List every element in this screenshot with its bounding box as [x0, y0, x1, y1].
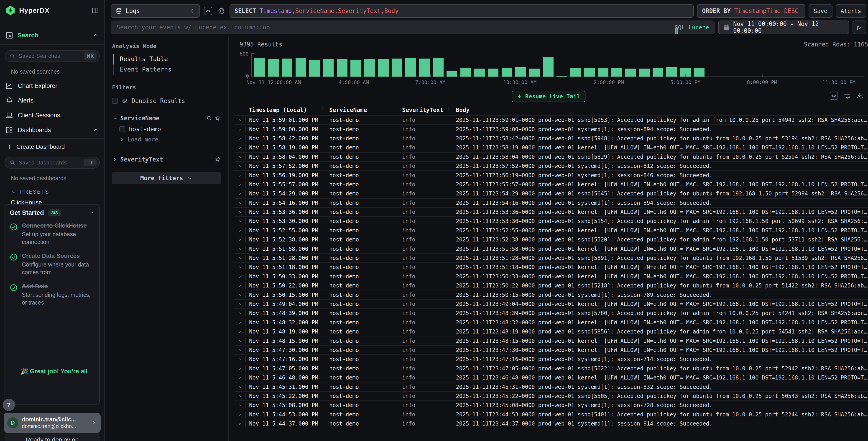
table-row[interactable]: >Nov 11 5:45:31.000 PMhost-demoinfo2025-… [235, 382, 868, 391]
service-host-demo-checkbox[interactable] [119, 126, 125, 132]
get-started-step[interactable]: Create Data Sources Configure where your… [9, 252, 95, 276]
get-started-step[interactable]: Connect to ClickHouse Set up your databa… [9, 222, 95, 246]
histogram-bar[interactable] [529, 68, 540, 77]
row-expand-icon[interactable]: > [235, 329, 245, 334]
table-row[interactable]: >Nov 11 5:48:15.000 PMhost-demoinfo2025-… [235, 336, 868, 345]
histogram-bar[interactable] [282, 59, 292, 77]
histogram-bar[interactable] [653, 68, 663, 77]
table-row[interactable]: >Nov 11 5:52:55.000 PMhost-demoinfo2025-… [235, 226, 868, 235]
sidebar-item-search[interactable]: Search [0, 26, 104, 45]
pin-icon[interactable] [215, 156, 221, 163]
order-by-input[interactable]: ORDER BY TimestampTime DESC [697, 4, 805, 18]
row-expand-icon[interactable]: > [235, 218, 245, 224]
table-row[interactable]: >Nov 11 5:51:18.000 PMhost-demoinfo2025-… [235, 262, 868, 271]
histogram-bar[interactable] [598, 68, 609, 77]
table-row[interactable]: >Nov 11 5:58:42.000 PMhost-demoinfo2025-… [235, 134, 868, 143]
histogram-bar[interactable] [296, 58, 306, 77]
create-dashboard-button[interactable]: Create Dashboard [0, 139, 104, 151]
row-expand-icon[interactable]: > [235, 393, 245, 399]
search-icon[interactable] [206, 115, 212, 121]
table-row[interactable]: >Nov 11 5:48:32.000 PMhost-demoinfo2025-… [235, 318, 868, 327]
table-row[interactable]: >Nov 11 5:49:04.000 PMhost-demoinfo2025-… [235, 299, 868, 308]
table-row[interactable]: >Nov 11 5:50:33.000 PMhost-demoinfo2025-… [235, 272, 868, 281]
table-row[interactable]: >Nov 11 5:57:52.000 PMhost-demoinfo2025-… [235, 161, 868, 170]
row-expand-icon[interactable]: > [235, 320, 245, 325]
presets-header[interactable]: PRESETS [0, 185, 104, 197]
column-resize-handle[interactable] [395, 107, 399, 113]
table-row[interactable]: >Nov 11 5:53:30.000 PMhost-demoinfo2025-… [235, 216, 868, 226]
help-button[interactable]: ? [3, 399, 15, 411]
histogram-bar[interactable] [323, 59, 334, 77]
row-expand-icon[interactable]: > [235, 412, 245, 417]
row-expand-icon[interactable]: > [235, 246, 245, 252]
column-resize-handle[interactable] [448, 107, 453, 113]
code-view-button[interactable]: <> [203, 4, 213, 18]
row-expand-icon[interactable]: > [235, 356, 245, 362]
row-expand-icon[interactable]: > [235, 200, 245, 206]
col-header-timestamp[interactable]: Timestamp (Local) [245, 107, 322, 113]
row-expand-icon[interactable]: > [235, 366, 245, 371]
row-expand-icon[interactable]: > [235, 182, 245, 187]
date-range-picker[interactable]: Nov 11 00:00:00 - Nov 12 00:00:00 [718, 21, 849, 34]
lucene-toggle[interactable]: Lucene [689, 24, 709, 31]
table-row[interactable]: >Nov 11 5:58:19.000 PMhost-demoinfo2025-… [235, 143, 868, 152]
user-menu[interactable]: D dominic.tran@clic... dominic.tran@clic… [4, 413, 101, 433]
row-expand-icon[interactable]: > [235, 347, 245, 353]
table-row[interactable]: >Nov 11 5:47:30.000 PMhost-demoinfo2025-… [235, 345, 868, 354]
sidebar-collapse-icon[interactable] [92, 7, 99, 14]
row-expand-icon[interactable]: > [235, 384, 245, 390]
row-expand-icon[interactable]: > [235, 237, 245, 242]
get-started-step[interactable]: Add Data Start sending logs, metrics, or… [9, 283, 95, 306]
table-row[interactable]: >Nov 11 5:51:28.000 PMhost-demoinfo2025-… [235, 253, 868, 262]
filter-group-servicename[interactable]: ServiceName [112, 113, 221, 123]
histogram-bar[interactable] [392, 59, 402, 77]
table-row[interactable]: >Nov 11 5:47:05.000 PMhost-demoinfo2025-… [235, 364, 868, 373]
sidebar-item-dashboards[interactable]: Dashboards [0, 123, 104, 139]
row-expand-icon[interactable]: > [235, 292, 245, 298]
row-expand-icon[interactable]: > [235, 173, 245, 178]
table-row[interactable]: >Nov 11 5:54:16.000 PMhost-demoinfo2025-… [235, 198, 868, 207]
row-expand-icon[interactable]: > [235, 375, 245, 380]
row-expand-icon[interactable]: > [235, 338, 245, 344]
saved-dashboards-input[interactable]: Saved Dashboards ⌘K [5, 157, 100, 169]
histogram-bar[interactable] [405, 58, 416, 77]
table-row[interactable]: >Nov 11 5:58:04.000 PMhost-demoinfo2025-… [235, 152, 868, 161]
row-expand-icon[interactable]: > [235, 228, 245, 233]
histogram-bar[interactable] [570, 68, 581, 77]
histogram-bar[interactable] [309, 60, 320, 77]
load-more-button[interactable]: Load more [112, 135, 221, 144]
row-expand-icon[interactable]: > [235, 264, 245, 270]
histogram-bar[interactable] [378, 59, 389, 77]
histogram-bar[interactable] [639, 68, 650, 77]
row-expand-icon[interactable]: > [235, 301, 245, 307]
table-row[interactable]: >Nov 11 5:45:08.000 PMhost-demoinfo2025-… [235, 401, 868, 410]
row-expand-icon[interactable]: > [235, 403, 245, 408]
table-row[interactable]: >Nov 11 5:53:36.000 PMhost-demoinfo2025-… [235, 207, 868, 216]
histogram-bar[interactable] [460, 68, 471, 77]
col-header-severitytext[interactable]: SeverityText [399, 107, 448, 113]
filter-group-severitytext[interactable]: SeverityText [112, 154, 221, 165]
histogram-bar[interactable] [433, 58, 443, 77]
table-row[interactable]: >Nov 11 5:48:19.000 PMhost-demoinfo2025-… [235, 327, 868, 336]
row-expand-icon[interactable]: > [235, 163, 245, 169]
histogram-bar[interactable] [474, 68, 485, 77]
pin-icon[interactable] [215, 115, 221, 121]
download-icon[interactable] [856, 92, 863, 99]
histogram-bar[interactable] [625, 68, 636, 77]
table-row[interactable]: >Nov 11 5:59:00.000 PMhost-demoinfo2025-… [235, 124, 868, 134]
row-expand-icon[interactable]: > [235, 283, 245, 288]
row-expand-icon[interactable]: > [235, 117, 245, 123]
histogram-bar[interactable] [337, 59, 347, 77]
row-expand-icon[interactable]: > [235, 154, 245, 160]
row-expand-icon[interactable]: > [235, 274, 245, 279]
wrap-lines-icon[interactable] [843, 92, 851, 99]
mode-results-table[interactable]: Results Table [114, 54, 221, 64]
row-expand-icon[interactable]: > [235, 127, 245, 132]
column-resize-handle[interactable] [322, 107, 327, 113]
chevron-up-icon[interactable] [89, 210, 95, 216]
lucene-search-input[interactable]: Search your events w/ Lucene ex. column:… [111, 21, 715, 34]
table-row[interactable]: >Nov 11 5:47:16.000 PMhost-demoinfo2025-… [235, 354, 868, 363]
histogram-bar[interactable] [488, 68, 498, 77]
col-header-servicename[interactable]: ServiceName [327, 107, 395, 113]
select-query-input[interactable]: SELECT Timestamp,ServiceName,SeverityTex… [229, 4, 694, 18]
